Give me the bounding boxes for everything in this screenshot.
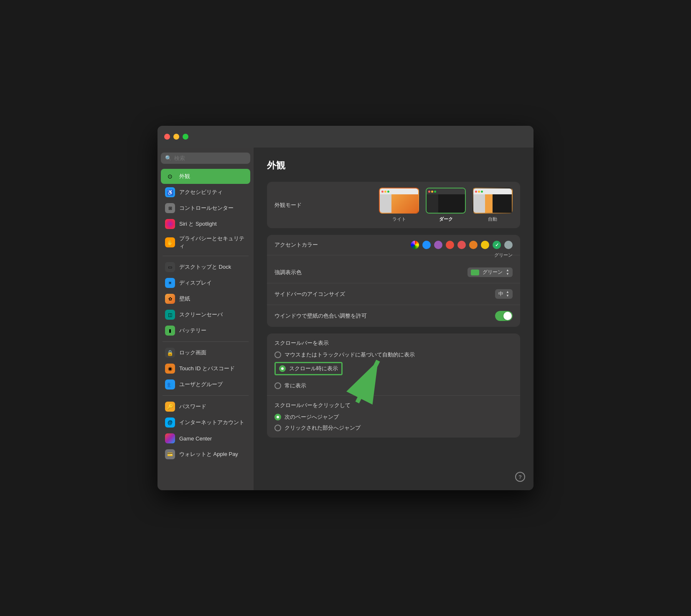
- accent-red[interactable]: [457, 241, 466, 249]
- highlight-down-arrow[interactable]: ▼: [506, 272, 509, 276]
- scrollbar-always-radio[interactable]: [274, 382, 281, 389]
- scrollbar-jump-here-radio[interactable]: [274, 425, 281, 431]
- sidebar-item-passwords-label: パスワード: [179, 403, 206, 410]
- wallpaper-tinting-control[interactable]: [495, 311, 513, 321]
- sidebar-item-game-center-label: Game Center: [179, 435, 212, 442]
- sidebar-item-siri[interactable]: Siri と Spotlight: [161, 216, 250, 232]
- sidebar-item-lock-screen[interactable]: 🔒 ロック画面: [161, 345, 250, 360]
- size-stepper-arrows[interactable]: ▲ ▼: [506, 290, 509, 298]
- battery-icon: ▮: [165, 326, 175, 336]
- search-box[interactable]: 🔍: [161, 153, 250, 164]
- scrollbar-show-label: スクロールバーを表示: [274, 339, 513, 347]
- sidebar-icon-size-control[interactable]: 中 ▲ ▼: [495, 289, 513, 299]
- sidebar-item-control-center[interactable]: ⊞ コントロールセンター: [161, 201, 250, 216]
- thumb-dot-yellow-dark: [431, 191, 433, 193]
- wallpaper-tinting-toggle[interactable]: [495, 311, 513, 321]
- scrollbar-next-page-option[interactable]: 次のページへジャンプ: [274, 413, 513, 421]
- thumb-content-auto-right: [493, 194, 512, 213]
- desktop-icon: ▭: [165, 262, 175, 272]
- thumb-sidebar-auto: [473, 194, 485, 213]
- thumb-dot-red-auto: [475, 191, 477, 193]
- sidebar-item-users[interactable]: 👥 ユーザとグループ: [161, 377, 250, 392]
- sidebar-item-appearance-label: 外観: [179, 173, 190, 180]
- search-input[interactable]: [174, 155, 246, 161]
- sidebar-icon-size-stepper[interactable]: 中 ▲ ▼: [495, 289, 513, 299]
- sidebar-item-privacy[interactable]: ✋ プライバシーとセキュリティ: [161, 232, 250, 252]
- sidebar-item-wallet[interactable]: 💳 ウォレットと Apple Pay: [161, 447, 250, 462]
- thumb-dot-red: [381, 191, 384, 193]
- scrollbar-auto-radio[interactable]: [274, 351, 281, 358]
- thumb-bar-dark: [427, 188, 465, 194]
- internet-icon: @: [165, 417, 175, 428]
- highlight-color-label: 強調表示色: [274, 269, 467, 276]
- highlight-color-stepper[interactable]: グリーン ▲ ▼: [467, 267, 513, 277]
- scrollbar-always-row: 常に表示: [274, 382, 513, 389]
- sidebar-item-appearance[interactable]: ⊙ 外観: [161, 169, 250, 184]
- appearance-mode-section: 外観モード: [267, 182, 520, 228]
- sidebar-item-touch-id[interactable]: ◉ Touch ID とパスコード: [161, 361, 250, 376]
- scrollbar-always-option[interactable]: 常に表示: [274, 382, 513, 389]
- highlight-up-arrow[interactable]: ▲: [506, 269, 509, 272]
- system-preferences-window: 🔍 ⊙ 外観 ♿ アクセシビリティ ⊞ コントロールセンター Siri: [158, 126, 533, 490]
- sidebar-icon-size-label: サイドバーのアイコンサイズ: [274, 290, 495, 298]
- scrollbar-scroll-option[interactable]: スクロール時に表示: [274, 362, 343, 375]
- accessibility-icon: ♿: [165, 187, 175, 197]
- thumb-bar-light: [380, 188, 418, 194]
- highlight-stepper-arrows[interactable]: ▲ ▼: [506, 269, 509, 276]
- scrollbar-click-section: スクロールバーをクリックして 次のページへジャンプ クリックされた部分へジャンプ: [267, 396, 520, 438]
- accent-orange[interactable]: [469, 241, 478, 249]
- scrollbar-jump-here-option[interactable]: クリックされた部分へジャンプ: [274, 424, 513, 432]
- accent-graphite[interactable]: [504, 241, 513, 249]
- scrollbar-auto-option[interactable]: マウスまたはトラックパッドに基づいて自動的に表示: [274, 351, 513, 359]
- appearance-dark-option[interactable]: ダーク: [426, 188, 466, 222]
- appearance-auto-option[interactable]: 自動: [473, 188, 513, 222]
- sidebar-item-desktop-dock[interactable]: ▭ デスクトップと Dock: [161, 260, 250, 275]
- scrollbar-next-page-radio[interactable]: [274, 414, 281, 420]
- thumb-dot-yellow-auto: [478, 191, 480, 193]
- size-up-arrow[interactable]: ▲: [506, 290, 509, 294]
- accent-color-label: アクセントカラー: [274, 241, 411, 249]
- accent-pink[interactable]: [446, 241, 454, 249]
- sidebar-item-passwords[interactable]: 🔑 パスワード: [161, 399, 250, 414]
- scrollbar-click-label: スクロールバーをクリックして: [274, 402, 513, 409]
- accent-green[interactable]: [493, 241, 501, 249]
- sidebar-item-control-center-label: コントロールセンター: [179, 204, 234, 212]
- appearance-light-option[interactable]: ライト: [379, 188, 419, 222]
- sidebar-item-displays-label: ディスプレイ: [179, 279, 212, 287]
- scrollbar-scroll-radio[interactable]: [279, 365, 286, 372]
- minimize-button[interactable]: [173, 134, 179, 140]
- sidebar-item-wallpaper[interactable]: ✿ 壁紙: [161, 291, 250, 306]
- sidebar-item-accessibility[interactable]: ♿ アクセシビリティ: [161, 185, 250, 200]
- gamecenter-icon: [165, 433, 175, 443]
- thumb-content-dark: [438, 194, 465, 213]
- appearance-auto-thumb: [473, 188, 513, 214]
- appearance-light-label: ライト: [392, 216, 406, 222]
- size-down-arrow[interactable]: ▼: [506, 294, 509, 298]
- titlebar: [158, 126, 533, 148]
- sidebar-item-internet[interactable]: @ インターネットアカウント: [161, 415, 250, 430]
- page-title: 外観: [267, 159, 520, 172]
- sidebar-item-game-center[interactable]: Game Center: [161, 431, 250, 446]
- thumb-bar-auto: [473, 188, 512, 194]
- display-icon: ☀: [165, 278, 175, 288]
- thumb-dot-red-dark: [428, 191, 430, 193]
- maximize-button[interactable]: [183, 134, 188, 140]
- help-button[interactable]: ?: [515, 472, 525, 482]
- accent-purple[interactable]: [434, 241, 442, 249]
- close-button[interactable]: [164, 134, 170, 140]
- sidebar-item-screensaver[interactable]: ◫ スクリーンセーバ: [161, 307, 250, 322]
- accent-multicolor[interactable]: [411, 241, 419, 249]
- accent-yellow[interactable]: [481, 241, 489, 249]
- appearance-options: ライト: [379, 188, 513, 222]
- appearance-mode-row: 外観モード: [267, 182, 520, 228]
- highlight-color-control[interactable]: グリーン ▲ ▼: [467, 267, 513, 277]
- color-section: アクセントカラー: [267, 235, 520, 327]
- sidebar-item-battery[interactable]: ▮ バッテリー: [161, 323, 250, 338]
- sidebar-item-battery-label: バッテリー: [179, 327, 206, 334]
- appearance-icon: ⊙: [165, 171, 175, 181]
- appearance-auto-label: 自動: [488, 216, 497, 222]
- scrollbar-next-page-radio-inner: [277, 416, 279, 418]
- thumb-content-light: [391, 194, 418, 213]
- sidebar-item-displays[interactable]: ☀ ディスプレイ: [161, 275, 250, 290]
- accent-blue[interactable]: [422, 241, 431, 249]
